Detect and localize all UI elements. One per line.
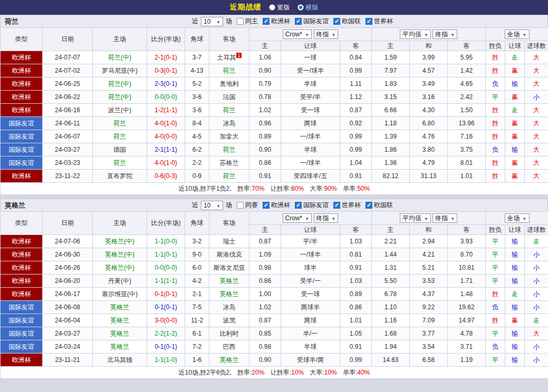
match-type-badge: 欧洲杯 bbox=[1, 170, 43, 183]
col-header-result-goals: 进球数 bbox=[525, 225, 548, 235]
avg-odds-draw: 3.80 bbox=[410, 143, 448, 156]
match-date: 24-07-07 bbox=[43, 51, 93, 64]
col-header-away: 客场 bbox=[209, 28, 249, 51]
radio-unselected-icon[interactable] bbox=[269, 4, 275, 11]
avg-odds-home: 5.50 bbox=[372, 275, 410, 288]
corner-score: 2-2 bbox=[185, 156, 209, 170]
league-filter-worldcup[interactable]: 世界杯 bbox=[333, 201, 361, 210]
result-goals: 大 bbox=[525, 51, 548, 64]
corner-score: 4-5 bbox=[185, 130, 209, 143]
league-filter-euro[interactable]: 欧洲杯 bbox=[263, 17, 290, 26]
league-filter-label: 国际友谊 bbox=[303, 201, 329, 210]
away-team: 法国 bbox=[209, 91, 249, 104]
select-value: 终指 bbox=[435, 214, 448, 223]
handicap-odds-home: 1.09 bbox=[249, 248, 281, 261]
same-filter[interactable]: 同赛 bbox=[237, 201, 258, 210]
handicap-odds-away: 1.12 bbox=[340, 91, 372, 104]
result-outcome: 平 bbox=[486, 91, 505, 104]
match-score: 1-1(1-1) bbox=[147, 275, 185, 288]
checkbox-unchecked-icon[interactable] bbox=[237, 18, 244, 25]
match-date: 24-06-08 bbox=[43, 301, 93, 314]
avg-odds-away: 13.96 bbox=[448, 117, 486, 130]
home-team: 荷兰 bbox=[93, 130, 147, 143]
checkbox-unchecked-icon[interactable] bbox=[237, 202, 244, 209]
league-filter-nations[interactable]: 欧国联 bbox=[333, 17, 361, 26]
match-row: 欧洲杯23-11-21北马其顿1-1(1-0)1-6英格兰0.90受球半/两0.… bbox=[1, 354, 548, 367]
match-row: 国际友谊24-06-11荷兰4-0(1-0)8-4冰岛0.96两球0.921.1… bbox=[1, 117, 548, 130]
checkbox-checked-icon[interactable] bbox=[366, 18, 372, 25]
handicap-odds-away: 1.04 bbox=[340, 156, 372, 170]
checkbox-checked-icon[interactable] bbox=[333, 202, 340, 209]
avg-odds-away: 3.71 bbox=[448, 340, 486, 354]
checkbox-checked-icon[interactable] bbox=[263, 18, 270, 25]
league-filter-friendly[interactable]: 国际友谊 bbox=[295, 201, 329, 210]
select-value: 终指 bbox=[316, 30, 329, 39]
corner-score: 8-4 bbox=[185, 117, 209, 130]
col-header-handicap: 让球 bbox=[281, 225, 340, 235]
match-row: 欧洲杯24-06-22荷兰(中)0-0(0-0)3-6法国0.78受平/半1.1… bbox=[1, 91, 548, 104]
match-type-badge: 欧洲杯 bbox=[1, 275, 43, 288]
stat-handicap-rate: 让胜率:10% bbox=[271, 369, 304, 376]
checkbox-checked-icon[interactable] bbox=[333, 18, 340, 25]
col-header-avg-home: 主 bbox=[372, 41, 410, 51]
league-filter-euro[interactable]: 欧洲杯 bbox=[263, 201, 290, 210]
avg-odds-home: 1.59 bbox=[372, 51, 410, 64]
league-filter-nations[interactable]: 欧国联 bbox=[366, 201, 393, 210]
scope-select[interactable]: 全场 bbox=[505, 213, 530, 223]
bookmaker-select[interactable]: Crow* bbox=[283, 30, 312, 39]
avg-odds-home: 1.16 bbox=[372, 314, 410, 327]
result-outcome: 胜 bbox=[486, 288, 505, 301]
average-select[interactable]: 平均值 bbox=[400, 213, 431, 223]
handicap-odds-home: 1.06 bbox=[249, 51, 281, 64]
summary-prefix: 近10场,胜7平1负2, bbox=[179, 185, 232, 192]
select-value: 全场 bbox=[507, 30, 520, 39]
checkbox-checked-icon[interactable] bbox=[295, 18, 302, 25]
match-type-badge: 欧洲杯 bbox=[1, 104, 43, 117]
handicap-odds-away: 1.05 bbox=[340, 327, 372, 340]
match-row: 欧洲杯24-06-26英格兰(中)0-0(0-0)6-0斯洛文尼亚0.98球半0… bbox=[1, 261, 548, 275]
league-filter-label: 世界杯 bbox=[374, 17, 393, 26]
radio-selected-icon[interactable] bbox=[297, 4, 304, 11]
final-odds-select[interactable]: 终指 bbox=[314, 213, 339, 223]
match-score: 4-0(1-0) bbox=[147, 117, 185, 130]
radio-horizontal-label[interactable]: 横版 bbox=[306, 3, 319, 12]
handicap-odds-away: 1.03 bbox=[340, 235, 372, 248]
avg-odds-draw: 6.58 bbox=[410, 354, 448, 367]
result-handicap: 赢 bbox=[505, 156, 525, 170]
away-team: 荷兰 bbox=[209, 104, 249, 117]
corner-score: 9-0 bbox=[185, 248, 209, 261]
result-handicap: 赢 bbox=[505, 91, 525, 104]
league-filter-worldcup[interactable]: 世界杯 bbox=[366, 17, 393, 26]
select-value: 终指 bbox=[435, 30, 448, 39]
result-goals: 大 bbox=[525, 117, 548, 130]
radio-vertical-label[interactable]: 竖版 bbox=[277, 3, 290, 12]
result-goals: 大 bbox=[525, 170, 548, 183]
result-handicap: 走 bbox=[505, 51, 525, 64]
checkbox-checked-icon[interactable] bbox=[263, 202, 270, 209]
same-filter[interactable]: 同主 bbox=[237, 17, 258, 26]
matches-tbody-0: 欧洲杯24-07-07荷兰(中)2-1(0-1)3-7土耳其11.06一球0.8… bbox=[1, 51, 548, 183]
average-odds-group-header: 平均值 终指 bbox=[372, 212, 486, 225]
final-odds-select[interactable]: 终指 bbox=[432, 30, 457, 39]
home-team: 英格兰(中) bbox=[93, 248, 147, 261]
checkbox-checked-icon[interactable] bbox=[295, 202, 302, 209]
layout-radio-vertical[interactable]: 竖版 bbox=[269, 3, 290, 12]
league-filter-friendly[interactable]: 国际友谊 bbox=[295, 17, 329, 26]
handicap-odds-home: 0.89 bbox=[249, 130, 281, 143]
handicap-line: 一球 bbox=[281, 51, 340, 64]
bookmaker-select[interactable]: Crow* bbox=[283, 213, 312, 223]
final-odds-select[interactable]: 终指 bbox=[314, 30, 339, 39]
final-odds-select[interactable]: 终指 bbox=[432, 213, 457, 223]
avg-odds-draw: 31.13 bbox=[410, 170, 448, 183]
recent-count-select[interactable]: 10 bbox=[201, 201, 223, 210]
scope-select[interactable]: 全场 bbox=[505, 30, 530, 39]
average-odds-group-header: 平均值 终指 bbox=[372, 28, 486, 41]
col-header-result-goals: 进球数 bbox=[525, 41, 548, 51]
match-date: 24-03-27 bbox=[43, 327, 93, 340]
filter-bar: 近 10 场 同主 欧洲杯 国际友谊 欧国联 世界杯 bbox=[192, 15, 393, 27]
recent-count-select[interactable]: 10 bbox=[201, 17, 223, 26]
home-team: 英格兰 bbox=[93, 301, 147, 314]
average-select[interactable]: 平均值 bbox=[400, 30, 431, 39]
layout-radio-horizontal[interactable]: 横版 bbox=[297, 3, 319, 12]
checkbox-checked-icon[interactable] bbox=[366, 202, 372, 209]
